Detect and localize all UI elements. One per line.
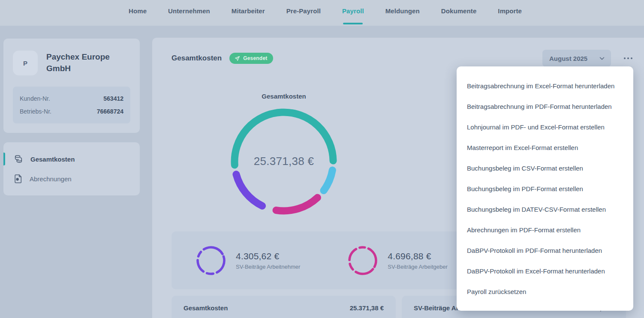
dashed-ring-icon (196, 245, 226, 276)
dashed-ring-icon (347, 245, 378, 276)
chart-title: Gesamtkosten (228, 93, 340, 100)
nav-tab-meldungen[interactable]: Meldungen (385, 7, 420, 26)
active-tab-underline (343, 23, 363, 24)
donut-center-value: 25.371,38 € (228, 155, 340, 168)
sidebar-item-label: Gesamtkosten (30, 156, 75, 163)
period-select[interactable]: August 2025 (542, 50, 611, 67)
stat-value: 4.696,88 € (388, 251, 447, 261)
invoice-icon (14, 174, 22, 183)
menu-item-buchungsbeleg-im-pdf-format-erstellen[interactable]: Buchungsbeleg im PDF-Format erstellen (457, 178, 633, 199)
sidebar: P Paychex Europe GmbH Kunden-Nr. 563412B… (3, 39, 140, 195)
status-badge: Gesendet (229, 53, 273, 64)
sidebar-item-label: Abrechnungen (30, 175, 72, 183)
stat-value: 4.305,62 € (236, 251, 300, 261)
summary-label: Gesamtkosten (184, 304, 228, 312)
menu-item-beitragsabrechnung-im-excel-format-herunterladen[interactable]: Beitragsabrechnung im Excel-Format herun… (457, 75, 633, 96)
nav-tab-home[interactable]: Home (129, 7, 147, 26)
dot (631, 57, 632, 59)
nav-tab-unternehmen[interactable]: Unternehmen (168, 7, 210, 26)
stat-label: SV-Beiträge Arbeitgeber (388, 264, 447, 270)
company-card: P Paychex Europe GmbH Kunden-Nr. 563412B… (3, 39, 140, 133)
more-options-button[interactable] (623, 54, 633, 63)
dot (624, 57, 626, 59)
info-label: Kunden-Nr. (20, 95, 50, 102)
menu-item-buchungsbeleg-im-datev-csv-format-erstellen[interactable]: Buchungsbeleg im DATEV-CSV-Format erstel… (457, 199, 633, 219)
nav-tab-importe[interactable]: Importe (498, 7, 522, 26)
company-avatar: P (13, 51, 38, 75)
send-icon (235, 56, 240, 61)
nav-tab-payroll[interactable]: Payroll (342, 7, 364, 26)
menu-item-beitragsabrechnung-im-pdf-format-herunterladen[interactable]: Beitragsabrechnung im PDF-Format herunte… (457, 96, 633, 117)
period-select-value: August 2025 (549, 55, 587, 62)
actions-dropdown-menu: Beitragsabrechnung im Excel-Format herun… (457, 66, 633, 311)
company-info-box: Kunden-Nr. 563412Betriebs-Nr. 76668724 (13, 87, 130, 123)
nav-tab-mitarbeiter[interactable]: Mitarbeiter (232, 7, 265, 26)
info-value: 76668724 (97, 108, 123, 115)
info-label: Betriebs-Nr. (20, 108, 51, 115)
stat-sv-beitr-ge-arbeitgeber: 4.696,88 € SV-Beiträge Arbeitgeber (347, 245, 447, 276)
menu-item-dabpv-protokoll-im-excel-format-herunterladen[interactable]: DaBPV-Protokoll im Excel-Format herunter… (457, 261, 633, 281)
menu-item-buchungsbeleg-im-csv-format-erstellen[interactable]: Buchungsbeleg im CSV-Format erstellen (457, 158, 633, 178)
chevron-down-icon (599, 55, 605, 61)
page-title: Gesamtkosten (172, 54, 222, 63)
menu-item-dabpv-protokoll-im-pdf-format-herunterladen[interactable]: DaBPV-Protokoll im PDF-Format herunterla… (457, 240, 633, 261)
menu-item-lohnjournal-im-pdf-und-excel-format-erstellen[interactable]: Lohnjournal im PDF- und Excel-Format ers… (457, 117, 633, 137)
main-header: Gesamtkosten Gesendet August 2025 (152, 38, 644, 67)
company-info-row: Kunden-Nr. 563412 (20, 92, 123, 105)
info-value: 563412 (103, 95, 123, 102)
company-info-row: Betriebs-Nr. 76668724 (20, 105, 123, 118)
stat-sv-beitr-ge-arbeitnehmer: 4.305,62 € SV-Beiträge Arbeitnehmer (196, 245, 300, 276)
dot (627, 57, 629, 59)
menu-item-abrechnungen-im-pdf-format-erstellen[interactable]: Abrechnungen im PDF-Format erstellen (457, 219, 633, 240)
top-navigation: HomeUnternehmenMitarbeiterPre-PayrollPay… (0, 0, 644, 26)
nav-tab-pre-payroll[interactable]: Pre-Payroll (286, 7, 321, 26)
summary-card-gesamtkosten: Gesamtkosten 25.371,38 € (172, 296, 396, 318)
donut-segment-sv-beitraege-arbeitnehmer (236, 174, 262, 206)
donut-segment-weitere-kosten (324, 170, 332, 191)
nav-tab-dokumente[interactable]: Dokumente (441, 7, 477, 26)
menu-item-masterreport-im-excel-format-erstellen[interactable]: Masterreport im Excel-Format erstellen (457, 137, 633, 158)
company-name: Paychex Europe GmbH (46, 51, 130, 74)
sidebar-menu: Gesamtkosten Abrechnungen (3, 142, 140, 195)
total-cost-chart: Gesamtkosten 25.371,38 € (228, 93, 340, 217)
summary-value: 25.371,38 € (350, 304, 384, 312)
sidebar-item-gesamtkosten[interactable]: Gesamtkosten (3, 149, 140, 169)
menu-item-payroll-zur-cksetzen[interactable]: Payroll zurücksetzen (457, 281, 633, 302)
sidebar-item-abrechnungen[interactable]: Abrechnungen (3, 169, 140, 189)
coins-icon (14, 154, 23, 164)
stat-label: SV-Beiträge Arbeitnehmer (236, 264, 300, 270)
status-badge-label: Gesendet (243, 55, 267, 61)
donut-segment-sv-beitraege-arbeitgeber (276, 198, 317, 211)
